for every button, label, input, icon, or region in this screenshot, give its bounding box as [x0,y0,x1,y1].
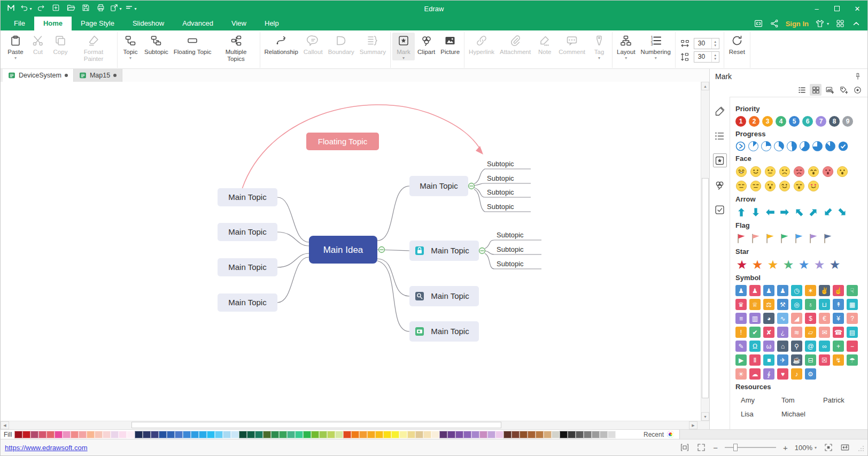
color-swatch[interactable] [343,431,351,438]
color-swatch[interactable] [95,431,103,438]
color-swatch[interactable] [528,431,536,438]
color-swatch[interactable] [14,431,22,438]
color-swatch[interactable] [46,431,55,438]
symbol-music-icon[interactable]: ♪ [791,368,802,380]
minimize-button[interactable]: – [807,1,827,17]
horizontal-scroll-thumb[interactable] [131,422,501,428]
node-main-topic-right-1[interactable]: Main Topic [409,176,468,196]
symbol-calendar-icon[interactable]: ▦ [847,299,858,310]
color-swatch[interactable] [223,431,231,438]
symbol-unlock-icon[interactable]: ω [763,341,774,352]
color-swatch[interactable] [383,431,391,438]
panel-strip-outline-icon[interactable] [713,129,727,143]
panel-strip-task-icon[interactable] [713,203,727,217]
symbol-thumbs-up-icon[interactable]: ☝ [833,285,844,296]
theme-tshirt-icon[interactable] [815,19,825,28]
subtopic-label[interactable]: Subtopic [497,260,524,268]
symbol-link-icon[interactable]: ∞ [819,341,830,352]
menu-item-page-style[interactable]: Page Style [72,17,123,30]
node-main-topic-right-3[interactable]: Main Topic [409,286,479,306]
symbol-target-icon[interactable]: ◎ [791,299,802,310]
priority-3[interactable]: 3 [762,116,773,127]
star-icon-4[interactable]: ★ [782,259,795,270]
symbol-folder-icon[interactable]: ▱ [805,327,816,338]
edrawsoft-link[interactable]: https://www.edrawsoft.com [1,444,88,452]
customize-quick-access-button[interactable]: ▾ [123,2,138,15]
numbering-button[interactable]: 123Numbering▾ [638,33,673,60]
panel-tool-preview-icon[interactable] [851,84,863,96]
horizontal-spacing-stepper[interactable]: ▲▼ [711,38,719,49]
zoom-out-button[interactable]: − [713,443,718,452]
symbol-lock-icon[interactable]: Ω [749,341,761,352]
priority-1[interactable]: 1 [735,116,746,127]
color-swatch[interactable] [71,431,79,438]
priority-9[interactable]: 9 [842,116,853,127]
priority-4[interactable]: 4 [776,116,786,127]
face-shocked-icon[interactable] [764,180,776,192]
panel-tool-list-view-icon[interactable] [796,84,808,96]
color-swatch[interactable] [447,431,455,438]
symbol-user-icon[interactable]: ♟ [735,285,747,296]
vertical-spacing-input[interactable]: 30▲▼ [694,51,719,63]
color-swatch[interactable] [143,431,151,438]
color-swatch[interactable] [255,431,263,438]
symbol-rocket-icon[interactable]: ↟ [833,299,844,310]
face-smile-icon[interactable] [750,166,762,177]
node-main-topic-right-2[interactable]: Main Topic [409,241,479,261]
color-swatch[interactable] [600,431,608,438]
symbol-stop-icon[interactable]: ■ [763,354,774,366]
menu-item-view[interactable]: View [222,17,255,30]
star-icon-6[interactable]: ★ [813,259,826,270]
subtopic-label[interactable]: Subtopic [497,245,524,253]
picture-button[interactable]: Picture [438,33,462,56]
face-wink-icon[interactable] [779,180,790,192]
star-icon-2[interactable]: ★ [751,259,764,270]
face-meh-icon[interactable] [764,166,776,177]
color-swatch[interactable] [520,431,528,438]
focus-center-icon[interactable] [824,443,833,452]
topic-button[interactable]: Topic▾ [119,33,142,60]
color-swatch[interactable] [191,431,199,438]
menu-item-advanced[interactable]: Advanced [173,17,222,30]
relationship-button[interactable]: Relationship [262,33,301,56]
star-icon-7[interactable]: ★ [828,259,841,270]
symbol-gavel-icon[interactable]: ⚒ [777,299,788,310]
node-floating-topic[interactable]: Floating Topic [306,133,379,150]
color-swatch[interactable] [167,431,175,438]
arrow-down-left-icon[interactable] [822,206,834,218]
panel-strip-mark-icon[interactable] [713,153,727,167]
color-swatch[interactable] [111,431,119,438]
horizontal-scrollbar[interactable]: ◀ ▶ [1,421,709,429]
symbol-cancel-gift-icon[interactable]: ☒ [819,354,830,366]
color-swatch[interactable] [511,431,520,438]
color-swatch[interactable] [431,431,439,438]
color-swatch[interactable] [159,431,167,438]
zoom-slider-thumb[interactable] [733,444,738,451]
undo-button[interactable]: ▾ [19,2,33,15]
clipart-button[interactable]: Clipart [415,33,438,56]
flag-icon-4[interactable] [779,233,790,244]
priority-7[interactable]: 7 [816,116,826,127]
node-main-topic-left-1[interactable]: Main Topic [218,188,277,206]
color-swatch[interactable] [584,431,592,438]
color-swatch[interactable] [439,431,447,438]
color-swatch[interactable] [295,431,303,438]
color-swatch[interactable] [536,431,544,438]
vertical-scroll-thumb[interactable] [702,178,709,398]
flag-icon-3[interactable] [764,233,776,244]
color-swatch[interactable] [503,431,511,438]
color-swatch[interactable] [239,431,247,438]
color-swatch[interactable] [119,431,127,438]
symbol-phone-icon[interactable]: ☎ [833,327,844,338]
symbol-storm-icon[interactable]: ☁ [749,368,761,380]
symbol-tornado-icon[interactable]: ∮ [763,368,774,380]
node-main-topic-left-3[interactable]: Main Topic [218,258,277,276]
face-surprised-icon[interactable] [836,166,848,177]
mindmap-canvas[interactable]: Floating Topic Main Topic Main Topic [1,82,701,421]
color-swatch[interactable] [487,431,495,438]
resource-michael[interactable]: Michael [781,410,823,418]
flag-icon-7[interactable] [822,233,834,244]
color-swatch[interactable] [30,431,38,438]
subtopic-label[interactable]: Subtopic [487,174,514,182]
color-swatch[interactable] [423,431,431,438]
